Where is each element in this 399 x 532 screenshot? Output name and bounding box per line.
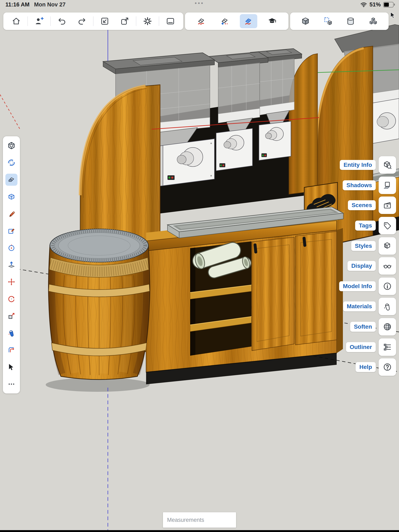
styles-label[interactable]: Styles xyxy=(351,241,376,251)
materials-label[interactable]: Materials xyxy=(343,301,376,311)
select-arrow-icon xyxy=(7,363,16,371)
eraser-hide-icon xyxy=(220,16,230,26)
model-barrel[interactable] xyxy=(46,229,150,392)
move-tool[interactable] xyxy=(5,276,18,288)
multitask-dots[interactable]: ••• xyxy=(195,0,204,6)
tags-button[interactable] xyxy=(379,217,396,234)
status-bar: 11:16 AM Mon Nov 27 ••• 51% xyxy=(0,0,399,9)
styles-icon xyxy=(383,241,392,251)
graduation-cap-icon xyxy=(267,16,277,26)
shapes-tool[interactable] xyxy=(5,225,18,237)
status-date: Mon Nov 27 xyxy=(34,1,66,8)
import-icon xyxy=(100,16,109,26)
paste-in-place-icon xyxy=(323,16,333,26)
more-tools-button[interactable] xyxy=(5,378,18,390)
rectangle-pencil-icon xyxy=(7,227,16,235)
soften-button[interactable] xyxy=(379,318,396,336)
eraser-soften-button[interactable] xyxy=(240,14,257,28)
help-button[interactable] xyxy=(379,358,396,376)
solid-tools-button[interactable] xyxy=(297,14,314,28)
help-label[interactable]: Help xyxy=(356,362,376,372)
display-glasses-icon xyxy=(383,261,392,271)
soften-globe-icon xyxy=(383,322,392,332)
toolbar-file-group xyxy=(3,13,183,30)
components-icon xyxy=(368,16,378,26)
eraser-tool[interactable] xyxy=(5,174,18,186)
battery-icon xyxy=(383,2,394,7)
arc-tool[interactable] xyxy=(5,242,18,254)
shadows-label[interactable]: Shadows xyxy=(343,180,376,190)
add-person-icon xyxy=(34,16,44,26)
battery-percent: 51% xyxy=(369,1,381,8)
display-label[interactable]: Display xyxy=(348,261,376,271)
tags-icon xyxy=(383,221,392,230)
hexagon-logo-icon xyxy=(7,141,16,150)
toolbar-model-group xyxy=(290,13,389,30)
outliner-icon xyxy=(383,342,392,352)
rotate-icon xyxy=(7,295,16,303)
scenes-icon xyxy=(383,200,392,210)
redo-icon xyxy=(77,16,87,26)
materials-button[interactable] xyxy=(379,298,396,315)
scale-tool[interactable] xyxy=(5,310,18,322)
solid-cube-icon xyxy=(301,16,310,26)
materials-icon xyxy=(383,302,392,311)
viewport-3d[interactable] xyxy=(0,0,399,532)
share-button[interactable] xyxy=(116,14,133,28)
primitives-tool[interactable] xyxy=(5,191,18,203)
status-time: 11:16 AM xyxy=(5,1,30,8)
eraser-hide-button[interactable] xyxy=(216,14,234,28)
eraser-erase-icon xyxy=(197,16,206,26)
outliner-button[interactable] xyxy=(379,338,396,356)
eraser-erase-button[interactable] xyxy=(193,14,210,28)
home-indicator xyxy=(0,530,399,532)
eraser-icon xyxy=(7,176,16,184)
entity-info-button[interactable] xyxy=(379,156,396,174)
home-icon xyxy=(11,16,21,26)
paint-bucket-icon xyxy=(7,329,16,337)
wireframe-box-icon xyxy=(7,193,16,201)
display-button[interactable] xyxy=(379,257,396,275)
components-button[interactable] xyxy=(365,14,382,28)
sketchup-logo-tool[interactable] xyxy=(5,139,18,152)
pencil-tool[interactable] xyxy=(5,208,18,220)
import-button[interactable] xyxy=(96,14,113,28)
redo-button[interactable] xyxy=(73,14,91,28)
offset-tool[interactable] xyxy=(5,344,18,356)
scenes-label[interactable]: Scenes xyxy=(348,200,376,210)
instructor-button[interactable] xyxy=(263,14,281,28)
push-pull-tool[interactable] xyxy=(5,259,18,271)
share-export-icon xyxy=(120,16,129,26)
model-info-button[interactable] xyxy=(379,278,396,295)
cylinder-button[interactable] xyxy=(342,14,359,28)
soften-label[interactable]: Soften xyxy=(350,322,376,332)
move-icon xyxy=(7,278,16,286)
add-collaborator-button[interactable] xyxy=(30,14,48,28)
toolbar-eraser-group xyxy=(185,13,289,30)
shadows-button[interactable] xyxy=(379,177,396,194)
measurements-input[interactable] xyxy=(163,512,236,528)
entity-info-label[interactable]: Entity Info xyxy=(340,160,376,170)
save-drawer-icon xyxy=(166,16,175,26)
tags-label[interactable]: Tags xyxy=(355,221,376,231)
shelf-recess xyxy=(190,241,251,356)
gear-icon xyxy=(143,16,152,26)
paint-bucket-tool[interactable] xyxy=(5,327,18,339)
undo-button[interactable] xyxy=(53,14,71,28)
tool-palette xyxy=(3,136,20,393)
select-tool[interactable] xyxy=(5,361,18,373)
paste-in-place-button[interactable] xyxy=(319,14,337,28)
orbit-tool[interactable] xyxy=(5,157,18,169)
scenes-button[interactable] xyxy=(379,196,396,214)
cabinet-doors xyxy=(252,231,337,351)
undo-icon xyxy=(57,16,67,26)
orbit-icon xyxy=(7,158,16,167)
home-button[interactable] xyxy=(7,14,25,28)
settings-button[interactable] xyxy=(139,14,156,28)
save-project-button[interactable] xyxy=(162,14,179,28)
rotate-tool[interactable] xyxy=(5,293,18,305)
circle-tool-icon xyxy=(7,244,16,252)
styles-button[interactable] xyxy=(379,237,396,255)
outliner-label[interactable]: Outliner xyxy=(346,342,376,352)
model-info-label[interactable]: Model Info xyxy=(339,281,376,291)
